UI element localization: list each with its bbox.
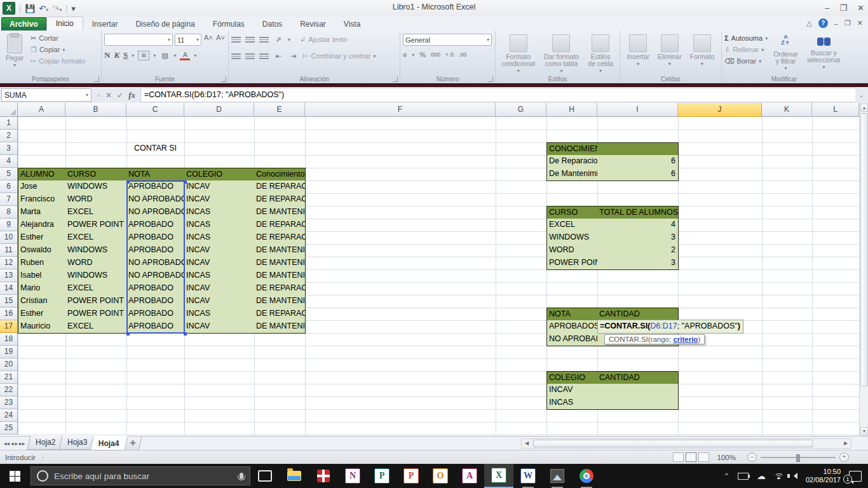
comma-style-icon[interactable]: 000 bbox=[431, 51, 440, 58]
row-header-23[interactable]: 23 bbox=[0, 396, 18, 409]
cell-E12[interactable]: INCAV bbox=[184, 257, 255, 270]
close-button[interactable]: ✕ bbox=[857, 3, 864, 13]
decrease-indent-icon[interactable]: ⇤ bbox=[273, 52, 283, 60]
row-header-20[interactable]: 20 bbox=[0, 358, 18, 371]
cell-F5[interactable]: Conocimientos de Reparacion y Mantenimie… bbox=[254, 168, 306, 181]
ribbon-tab-revisar[interactable]: Revisar bbox=[291, 18, 335, 30]
font-name-select[interactable]: ▾ bbox=[104, 34, 173, 46]
chrome-taskbar-icon[interactable] bbox=[572, 464, 601, 488]
cell-J22[interactable] bbox=[597, 384, 679, 397]
zoom-slider[interactable]: – + bbox=[747, 452, 849, 462]
column-header-I[interactable]: I bbox=[597, 103, 678, 117]
zoom-slider-thumb[interactable] bbox=[796, 454, 800, 462]
cell-D15[interactable]: APROBADO bbox=[126, 295, 185, 308]
cell-F17[interactable]: DE MANTENIMIENTO bbox=[254, 320, 306, 334]
ribbon-tab-insertar[interactable]: Insertar bbox=[83, 18, 127, 30]
cell-D3[interactable]: CONTAR SI bbox=[126, 142, 184, 155]
cell-I5[interactable]: De Mantenimiento bbox=[546, 168, 598, 181]
collapse-ribbon-icon[interactable]: △ bbox=[806, 19, 811, 27]
cell-F8[interactable]: DE MANTENIMIENTO bbox=[254, 206, 306, 219]
cell-D5[interactable]: NOTA bbox=[126, 168, 185, 181]
notification-center-icon[interactable]: 1 bbox=[849, 471, 862, 482]
horizontal-scroll-thumb[interactable] bbox=[533, 440, 813, 447]
cell-E14[interactable]: INCAV bbox=[184, 282, 255, 295]
wrap-text-button[interactable]: ↲Ajustar texto bbox=[300, 34, 347, 45]
cell-J9[interactable]: 4 bbox=[597, 219, 679, 232]
row-header-9[interactable]: 9 bbox=[0, 219, 18, 231]
cell-F7[interactable]: DE REPARACION bbox=[254, 193, 306, 207]
increase-indent-icon[interactable]: ⇥ bbox=[288, 52, 298, 60]
format-as-table-button[interactable]: Dar formato como tabla▾ bbox=[538, 32, 584, 75]
cut-button[interactable]: ✂Cortar bbox=[31, 32, 85, 44]
clear-button[interactable]: ⌫Borrar▾ bbox=[724, 55, 768, 67]
cell-I12[interactable]: POWER POINT bbox=[546, 257, 598, 270]
ribbon-tab-diseño-de-página[interactable]: Diseño de página bbox=[126, 18, 203, 30]
row-header-16[interactable]: 16 bbox=[0, 308, 18, 320]
cell-C6[interactable]: WINDOWS bbox=[65, 180, 127, 194]
cell-B11[interactable]: Oswaldo bbox=[18, 244, 66, 257]
cell-E10[interactable]: INCAS bbox=[184, 231, 255, 245]
cell-E16[interactable]: INCAS bbox=[184, 308, 255, 321]
cell-F15[interactable]: DE MANTENIMIENTO bbox=[254, 295, 306, 308]
name-box[interactable]: SUMA▾ bbox=[1, 88, 92, 102]
cell-D9[interactable]: APROBADO bbox=[126, 219, 185, 232]
onedrive-cloud-icon[interactable]: ☁ bbox=[757, 471, 766, 481]
row-header-19[interactable]: 19 bbox=[0, 346, 18, 358]
bold-button[interactable]: N bbox=[104, 50, 110, 60]
next-sheet-icon[interactable]: ▸ bbox=[15, 440, 18, 447]
cell-J8[interactable]: TOTAL DE ALUMNOS bbox=[597, 206, 679, 219]
powerpoint-taskbar-icon[interactable]: P bbox=[397, 464, 426, 488]
row-header-17[interactable]: 17 bbox=[0, 320, 18, 333]
worksheet-grid[interactable]: ALUMNOCURSONOTACOLEGIOConocimientos de R… bbox=[0, 103, 859, 436]
workbook-close-button[interactable]: ✕ bbox=[857, 19, 863, 27]
cell-C10[interactable]: EXCEL bbox=[65, 231, 127, 245]
vertical-scrollbar[interactable]: ▲ ▼ bbox=[859, 103, 868, 436]
conditional-formatting-button[interactable]: Formato condicional▾ bbox=[498, 32, 538, 75]
cell-E8[interactable]: INCAS bbox=[184, 206, 255, 219]
row-header-8[interactable]: 8 bbox=[0, 206, 18, 219]
cell-B9[interactable]: Alejandra bbox=[18, 219, 66, 232]
workbook-restore-button[interactable]: ❐ bbox=[844, 19, 851, 27]
copy-button[interactable]: ❐Copiar▾ bbox=[31, 44, 85, 55]
cell-I4[interactable]: De Reparacion bbox=[546, 155, 598, 168]
file-explorer-taskbar-icon[interactable] bbox=[280, 464, 309, 488]
paste-button[interactable]: Pegar▾ bbox=[3, 32, 27, 69]
cell-F14[interactable]: DE REPARACION bbox=[254, 282, 306, 295]
cell-B6[interactable]: Jose bbox=[18, 180, 66, 194]
workbook-minimize-button[interactable]: – bbox=[834, 20, 838, 27]
cell-I10[interactable]: WINDOWS bbox=[546, 231, 598, 245]
cell-B12[interactable]: Ruben bbox=[18, 257, 66, 270]
cell-C14[interactable]: EXCEL bbox=[65, 282, 127, 295]
cell-J10[interactable]: 3 bbox=[597, 231, 679, 245]
cell-I21[interactable]: COLEGIO bbox=[546, 371, 598, 384]
cell-E17[interactable]: INCAV bbox=[184, 320, 255, 334]
align-top-icon[interactable] bbox=[231, 37, 241, 43]
ribbon-tab-inicio[interactable]: Inicio bbox=[46, 17, 83, 30]
row-header-13[interactable]: 13 bbox=[0, 269, 18, 282]
cell-C12[interactable]: WORD bbox=[65, 257, 127, 270]
column-header-F[interactable]: F bbox=[305, 103, 496, 117]
cell-D14[interactable]: APROBADO bbox=[126, 282, 185, 295]
row-header-11[interactable]: 11 bbox=[0, 244, 18, 257]
cell-I8[interactable]: CURSO bbox=[546, 206, 598, 219]
cell-E5[interactable]: COLEGIO bbox=[184, 168, 255, 181]
formula-input[interactable]: =CONTAR.SI(D6:D17; "APROBADOS") bbox=[140, 88, 855, 102]
format-painter-button[interactable]: ✏Copiar formato bbox=[31, 55, 85, 67]
cell-edit-formula[interactable]: =CONTAR.SI(D6:D17; "APROBADOS") bbox=[597, 320, 743, 334]
column-header-H[interactable]: H bbox=[546, 103, 597, 117]
column-header-G[interactable]: G bbox=[496, 103, 546, 117]
cell-C17[interactable]: EXCEL bbox=[65, 320, 127, 334]
row-header-10[interactable]: 10 bbox=[0, 231, 18, 244]
cell-D10[interactable]: APROBADO bbox=[126, 231, 185, 245]
cell-J3[interactable] bbox=[597, 142, 679, 156]
ribbon-tab-datos[interactable]: Datos bbox=[254, 18, 291, 30]
onenote-taskbar-icon[interactable]: N bbox=[338, 464, 367, 488]
last-sheet-icon[interactable]: ▸▸ bbox=[19, 440, 25, 447]
dialog-launcher-icon[interactable] bbox=[221, 77, 226, 82]
cell-B8[interactable]: Marta bbox=[18, 206, 66, 219]
cell-J23[interactable] bbox=[597, 396, 679, 410]
orientation-icon[interactable]: ⇗ bbox=[273, 36, 283, 44]
font-color-button[interactable]: A bbox=[180, 51, 190, 60]
cell-D8[interactable]: NO APROBADO bbox=[126, 206, 185, 219]
expand-formula-bar-icon[interactable]: ⌄ bbox=[855, 92, 868, 98]
